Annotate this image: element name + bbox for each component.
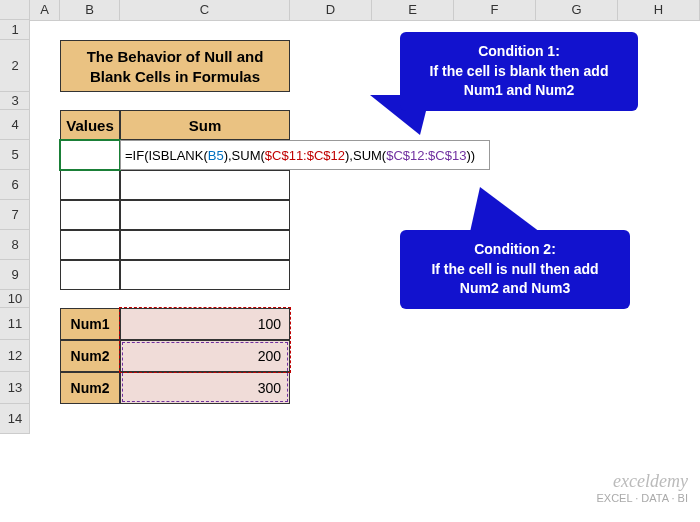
cell-c7[interactable] xyxy=(120,200,290,230)
num2-value[interactable]: 200 xyxy=(120,340,290,372)
num1-label: Num1 xyxy=(60,308,120,340)
cell-c9[interactable] xyxy=(120,260,290,290)
row-header-6[interactable]: 6 xyxy=(0,170,30,200)
header-sum: Sum xyxy=(120,110,290,140)
num1-value[interactable]: 100 xyxy=(120,308,290,340)
row-header-10[interactable]: 10 xyxy=(0,290,30,308)
col-header-g[interactable]: G xyxy=(536,0,618,20)
row-header-5[interactable]: 5 xyxy=(0,140,30,170)
row-header-8[interactable]: 8 xyxy=(0,230,30,260)
watermark: exceldemy EXCEL · DATA · BI xyxy=(597,472,689,504)
row-header-1[interactable]: 1 xyxy=(0,20,30,40)
column-headers[interactable]: ABCDEFGH xyxy=(0,0,700,21)
cell-b8[interactable] xyxy=(60,230,120,260)
cell-c6[interactable] xyxy=(120,170,290,200)
row-header-4[interactable]: 4 xyxy=(0,110,30,140)
col-header-h[interactable]: H xyxy=(618,0,700,20)
num2-label: Num2 xyxy=(60,340,120,372)
num3-label: Num2 xyxy=(60,372,120,404)
callout-condition-1: Condition 1: If the cell is blank then a… xyxy=(400,32,638,111)
col-header-f[interactable]: F xyxy=(454,0,536,20)
row-header-14[interactable]: 14 xyxy=(0,404,30,434)
row-header-11[interactable]: 11 xyxy=(0,308,30,340)
row-headers[interactable]: 1234567891011121314 xyxy=(0,20,30,434)
row-header-2[interactable]: 2 xyxy=(0,40,30,92)
cell-c8[interactable] xyxy=(120,230,290,260)
col-header-a[interactable]: A xyxy=(30,0,60,20)
row-header-9[interactable]: 9 xyxy=(0,260,30,290)
header-values: Values xyxy=(60,110,120,140)
row-header-12[interactable]: 12 xyxy=(0,340,30,372)
formula-edit-cell[interactable]: =IF(ISBLANK(B5),SUM($C$11:$C$12),SUM($C$… xyxy=(120,140,490,170)
num3-value[interactable]: 300 xyxy=(120,372,290,404)
col-header-c[interactable]: C xyxy=(120,0,290,20)
selected-cell-b5[interactable] xyxy=(59,139,121,171)
row-header-3[interactable]: 3 xyxy=(0,92,30,110)
title-cell: The Behavior of Null and Blank Cells in … xyxy=(60,40,290,92)
spreadsheet-grid: ABCDEFGH 1234567891011121314 xyxy=(0,0,700,21)
callout-2-arrow xyxy=(470,187,540,232)
cell-b7[interactable] xyxy=(60,200,120,230)
select-all-corner[interactable] xyxy=(0,0,30,20)
col-header-d[interactable]: D xyxy=(290,0,372,20)
col-header-b[interactable]: B xyxy=(60,0,120,20)
row-header-7[interactable]: 7 xyxy=(0,200,30,230)
cell-b6[interactable] xyxy=(60,170,120,200)
cell-b9[interactable] xyxy=(60,260,120,290)
col-header-e[interactable]: E xyxy=(372,0,454,20)
row-header-13[interactable]: 13 xyxy=(0,372,30,404)
callout-condition-2: Condition 2: If the cell is null then ad… xyxy=(400,230,630,309)
